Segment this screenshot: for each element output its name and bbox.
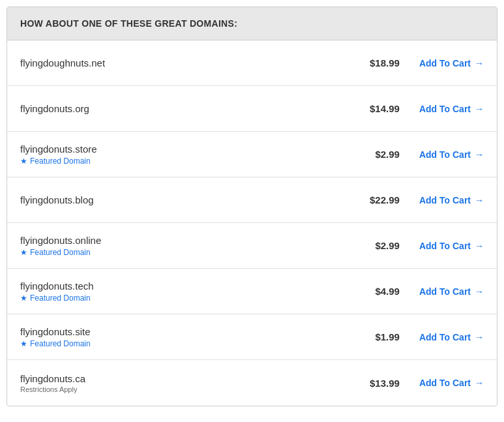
add-to-cart-button[interactable]: Add To Cart→: [419, 378, 484, 388]
domain-info-flyingdoughnuts-net: flyingdoughnuts.net: [20, 57, 334, 68]
featured-badge: ★Featured Domain: [20, 248, 334, 257]
add-to-cart-label: Add To Cart: [419, 241, 471, 251]
domain-price: $14.99: [334, 103, 400, 114]
star-icon: ★: [20, 157, 27, 166]
arrow-icon: →: [475, 195, 484, 205]
domain-row: flyingdonuts.blog$22.99Add To Cart→: [7, 177, 497, 223]
domain-name: flyingdonuts.tech: [20, 280, 334, 292]
domain-name: flyingdonuts.site: [20, 326, 334, 337]
arrow-icon: →: [475, 149, 484, 160]
featured-label: Featured Domain: [30, 339, 91, 348]
domain-info-flyingdonuts-store: flyingdonuts.store★Featured Domain: [20, 143, 334, 166]
add-to-cart-label: Add To Cart: [419, 286, 471, 297]
domain-price: $13.99: [334, 378, 400, 389]
add-to-cart-label: Add To Cart: [419, 58, 471, 68]
domain-price: $2.99: [334, 240, 400, 251]
domain-name: flyingdonuts.ca: [20, 373, 334, 384]
add-to-cart-button[interactable]: Add To Cart→: [419, 241, 484, 251]
featured-badge: ★Featured Domain: [20, 157, 334, 166]
add-to-cart-label: Add To Cart: [419, 195, 471, 205]
star-icon: ★: [20, 294, 27, 303]
featured-label: Featured Domain: [30, 294, 91, 303]
domain-name: flyingdoughnuts.net: [20, 57, 334, 68]
arrow-icon: →: [475, 286, 484, 297]
domain-name: flyingdonuts.store: [20, 143, 334, 155]
domain-row: flyingdonuts.store★Featured Domain$2.99A…: [7, 132, 497, 177]
restrictions-label: Restrictions Apply: [20, 385, 334, 393]
add-to-cart-label: Add To Cart: [419, 104, 471, 114]
arrow-icon: →: [475, 378, 484, 388]
domain-row: flyingdoughnuts.net$18.99Add To Cart→: [7, 40, 497, 86]
featured-label: Featured Domain: [30, 248, 91, 257]
add-to-cart-label: Add To Cart: [419, 149, 471, 160]
domain-info-flyingdonuts-blog: flyingdonuts.blog: [20, 194, 334, 205]
arrow-icon: →: [475, 332, 484, 342]
domain-row: flyingdonuts.online★Featured Domain$2.99…: [7, 223, 497, 269]
domain-price: $22.99: [334, 194, 400, 205]
star-icon: ★: [20, 339, 27, 348]
domain-row: flyingdonuts.org$14.99Add To Cart→: [7, 86, 497, 132]
add-to-cart-button[interactable]: Add To Cart→: [419, 149, 484, 160]
featured-badge: ★Featured Domain: [20, 339, 334, 348]
domain-list: flyingdoughnuts.net$18.99Add To Cart→fly…: [7, 40, 497, 406]
add-to-cart-button[interactable]: Add To Cart→: [419, 58, 484, 68]
panel-title: HOW ABOUT ONE OF THESE GREAT DOMAINS:: [20, 18, 237, 29]
add-to-cart-button[interactable]: Add To Cart→: [419, 104, 484, 114]
add-to-cart-button[interactable]: Add To Cart→: [419, 286, 484, 297]
arrow-icon: →: [475, 241, 484, 251]
domain-name: flyingdonuts.org: [20, 103, 334, 114]
domain-name: flyingdonuts.blog: [20, 194, 334, 205]
add-to-cart-label: Add To Cart: [419, 378, 471, 388]
domain-row: flyingdonuts.caRestrictions Apply$13.99A…: [7, 360, 497, 406]
domain-row: flyingdonuts.tech★Featured Domain$4.99Ad…: [7, 269, 497, 314]
domain-info-flyingdonuts-online: flyingdonuts.online★Featured Domain: [20, 235, 334, 257]
star-icon: ★: [20, 248, 27, 257]
add-to-cart-button[interactable]: Add To Cart→: [419, 332, 484, 342]
domain-info-flyingdonuts-org: flyingdonuts.org: [20, 103, 334, 114]
featured-badge: ★Featured Domain: [20, 294, 334, 303]
featured-label: Featured Domain: [30, 157, 91, 166]
domain-price: $4.99: [334, 286, 400, 297]
domain-price: $2.99: [334, 149, 400, 160]
domain-price: $18.99: [334, 57, 400, 68]
panel-header: HOW ABOUT ONE OF THESE GREAT DOMAINS:: [7, 7, 497, 40]
arrow-icon: →: [475, 58, 484, 68]
domain-row: flyingdonuts.site★Featured Domain$1.99Ad…: [7, 314, 497, 360]
domain-info-flyingdonuts-ca: flyingdonuts.caRestrictions Apply: [20, 373, 334, 393]
domain-suggestions-panel: HOW ABOUT ONE OF THESE GREAT DOMAINS: fl…: [7, 7, 497, 406]
arrow-icon: →: [475, 104, 484, 114]
domain-info-flyingdonuts-site: flyingdonuts.site★Featured Domain: [20, 326, 334, 348]
domain-price: $1.99: [334, 331, 400, 342]
domain-name: flyingdonuts.online: [20, 235, 334, 246]
domain-info-flyingdonuts-tech: flyingdonuts.tech★Featured Domain: [20, 280, 334, 303]
add-to-cart-button[interactable]: Add To Cart→: [419, 195, 484, 205]
add-to-cart-label: Add To Cart: [419, 332, 471, 342]
